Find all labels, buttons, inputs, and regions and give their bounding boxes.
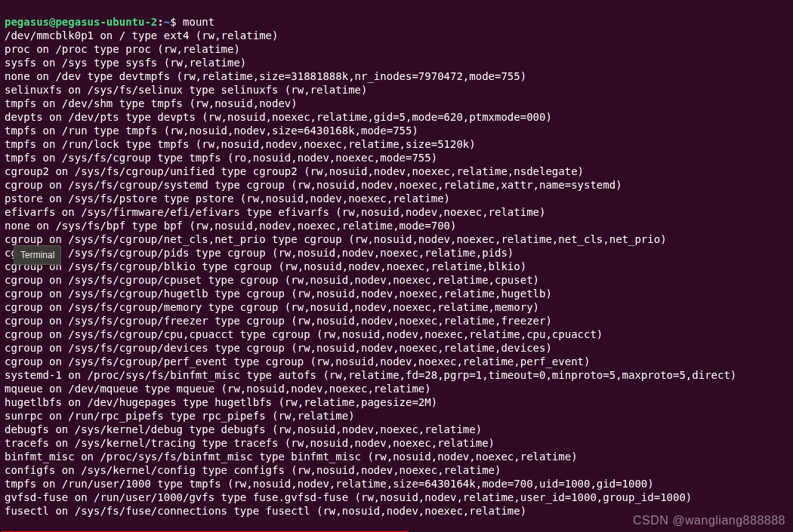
- mount-line: /dev/mmcblk0p1 on / type ext4 (rw,relati…: [5, 29, 788, 42]
- mount-line: proc on /proc type proc (rw,relatime): [5, 42, 788, 56]
- mount-line: tmpfs on /run/user/1000 type tmpfs (rw,n…: [5, 477, 788, 490]
- mount-line: sysfs on /sys type sysfs (rw,relatime): [5, 56, 788, 69]
- mount-line: cgroup on /sys/fs/cgroup/devices type cg…: [5, 341, 788, 355]
- mount-line: binfmt_misc on /proc/sys/fs/binfmt_misc …: [5, 450, 788, 463]
- mount-line: cgroup on /sys/fs/cgroup/blkio type cgro…: [5, 260, 788, 273]
- terminal-output[interactable]: pegasus@pegasus-ubuntu-2:~$ mount /dev/m…: [0, 0, 793, 532]
- prompt-user-host: pegasus@pegasus-ubuntu-2: [5, 16, 157, 28]
- mount-line: cgroup on /sys/fs/cgroup/hugetlb type cg…: [5, 287, 788, 300]
- mount-line: none on /sys/fs/bpf type bpf (rw,nosuid,…: [5, 219, 788, 232]
- mount-line: cgroup on /sys/fs/cgroup/perf_event type…: [5, 355, 788, 368]
- mount-line: cgroup on /sys/fs/cgroup/cpu,cpuacct typ…: [5, 328, 788, 341]
- mount-line: devpts on /dev/pts type devpts (rw,nosui…: [5, 110, 788, 124]
- mount-line: debugfs on /sys/kernel/debug type debugf…: [5, 423, 788, 436]
- prompt-path: ~: [164, 16, 170, 28]
- prompt-line-1: pegasus@pegasus-ubuntu-2:~$ mount: [5, 16, 214, 28]
- mount-line: gvfsd-fuse on /run/user/1000/gvfs type f…: [5, 490, 788, 504]
- mount-line: cgroup2 on /sys/fs/cgroup/unified type c…: [5, 165, 788, 178]
- mount-line: efivarfs on /sys/firmware/efi/efivars ty…: [5, 205, 788, 219]
- mount-line: cgroup on /sys/fs/cgroup/memory type cgr…: [5, 300, 788, 314]
- mount-line: cgroup on /sys/fs/cgroup/cpuset type cgr…: [5, 273, 788, 287]
- mount-line: cgroup on /sys/fs/cgroup/freezer type cg…: [5, 314, 788, 328]
- mount-line: tmpfs on /run type tmpfs (rw,nosuid,node…: [5, 124, 788, 137]
- mount-line: sunrpc on /run/rpc_pipefs type rpc_pipef…: [5, 409, 788, 423]
- mount-line: tracefs on /sys/kernel/tracing type trac…: [5, 436, 788, 450]
- mount-line: none on /dev type devtmpfs (rw,relatime,…: [5, 69, 788, 83]
- mount-line: mqueue on /dev/mqueue type mqueue (rw,no…: [5, 382, 788, 395]
- mount-line: cgroup on /sys/fs/cgroup/net_cls,net_pri…: [5, 232, 788, 246]
- mount-line: hugetlbfs on /dev/hugepages type hugetlb…: [5, 395, 788, 409]
- prompt-symbol: $: [170, 16, 176, 28]
- mount-output-block: /dev/mmcblk0p1 on / type ext4 (rw,relati…: [5, 29, 788, 518]
- mount-line: systemd-1 on /proc/sys/fs/binfmt_misc ty…: [5, 368, 788, 382]
- mount-line: cgroup on /sys/fs/cgroup/systemd type cg…: [5, 178, 788, 192]
- watermark-text: CSDN @wangliang888888: [633, 514, 785, 527]
- command-text: mount: [183, 16, 214, 28]
- mount-line: tmpfs on /sys/fs/cgroup type tmpfs (ro,n…: [5, 151, 788, 165]
- mount-line: tmpfs on /dev/shm type tmpfs (rw,nosuid,…: [5, 97, 788, 110]
- mount-line: cgroup on /sys/fs/cgroup/pids type cgrou…: [5, 246, 788, 260]
- terminal-tooltip: Terminal: [14, 245, 61, 265]
- mount-line: configfs on /sys/kernel/config type conf…: [5, 463, 788, 477]
- prompt-separator: :: [157, 16, 163, 28]
- mount-line: tmpfs on /run/lock type tmpfs (rw,nosuid…: [5, 137, 788, 151]
- mount-line: selinuxfs on /sys/fs/selinux type selinu…: [5, 83, 788, 97]
- mount-line: pstore on /sys/fs/pstore type pstore (rw…: [5, 192, 788, 205]
